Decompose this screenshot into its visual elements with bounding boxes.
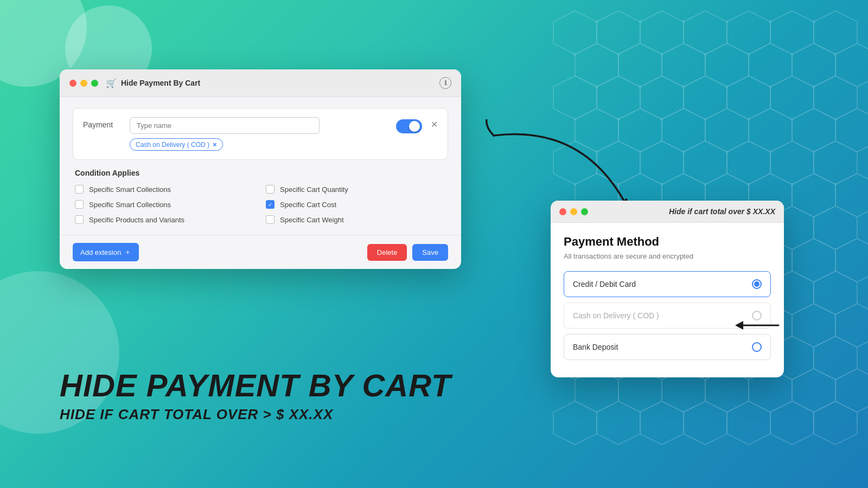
headline-sub: HIDE IF CART TOTAL OVER > $ XX.XX <box>60 406 451 423</box>
svg-point-95 <box>769 21 772 23</box>
svg-marker-8 <box>618 43 662 87</box>
headline-section: HIDE PAYMENT BY CART HIDE IF CART TOTAL … <box>60 368 451 423</box>
pm-option-bank-deposit[interactable]: Bank Deposit <box>564 334 771 360</box>
admin-titlebar: 🛒 Hide Payment By Cart ℹ <box>60 69 461 97</box>
condition-item-4: Specific Cart Cost <box>266 200 446 209</box>
pm-close-button[interactable] <box>559 208 566 215</box>
close-button[interactable] <box>69 80 76 87</box>
condition-section: Condition Applies Specific Smart Collect… <box>73 169 448 224</box>
svg-marker-33 <box>770 141 814 184</box>
condition-checkbox-2[interactable] <box>266 185 275 194</box>
condition-checkbox-1[interactable] <box>75 185 84 194</box>
minimize-button[interactable] <box>80 80 87 87</box>
svg-marker-69 <box>835 304 868 347</box>
svg-point-114 <box>748 118 750 121</box>
svg-point-103 <box>834 53 837 56</box>
svg-point-106 <box>682 86 685 88</box>
svg-marker-21 <box>575 108 618 152</box>
svg-point-125 <box>661 183 663 186</box>
payment-row: Payment Cash on Delivery ( COD ) × ✕ <box>73 108 448 160</box>
admin-window-footer: Add extesion ＋ Delete Save <box>60 235 461 269</box>
svg-marker-34 <box>814 141 857 184</box>
delete-button[interactable]: Delete <box>367 244 407 261</box>
svg-point-109 <box>813 86 815 88</box>
condition-label-3: Specific Smart Collections <box>89 201 171 209</box>
svg-marker-90 <box>814 401 857 445</box>
payment-type-input[interactable] <box>130 117 320 134</box>
add-extension-label: Add extesion <box>80 248 121 256</box>
svg-marker-25 <box>749 108 792 152</box>
save-button[interactable]: Save <box>412 244 448 261</box>
svg-point-94 <box>726 21 729 23</box>
headline-main: HIDE PAYMENT BY CART <box>60 368 451 403</box>
svg-marker-20 <box>814 76 857 119</box>
svg-marker-32 <box>727 141 770 184</box>
pm-heading: Payment Method <box>564 235 771 249</box>
svg-marker-85 <box>597 401 640 445</box>
admin-window-title: Hide Payment By Cart <box>121 79 200 87</box>
toggle-track[interactable] <box>396 119 422 133</box>
svg-marker-83 <box>835 369 868 412</box>
svg-point-100 <box>704 53 707 56</box>
svg-marker-23 <box>662 108 705 152</box>
plus-icon: ＋ <box>124 247 131 257</box>
svg-marker-3 <box>684 11 727 54</box>
svg-marker-9 <box>662 43 705 87</box>
maximize-button[interactable] <box>91 80 98 87</box>
condition-item-1: Specific Smart Collections <box>75 185 255 194</box>
svg-marker-6 <box>814 11 857 54</box>
condition-checkbox-3[interactable] <box>75 200 84 209</box>
pm-annotation: Hide if cart total over $ XX.XX <box>669 207 775 216</box>
pm-content: Payment Method All transactions are secu… <box>551 223 784 377</box>
pm-minimize-button[interactable] <box>570 208 577 215</box>
svg-marker-89 <box>770 401 814 445</box>
svg-point-111 <box>617 118 620 121</box>
svg-marker-88 <box>727 401 770 445</box>
svg-marker-19 <box>770 76 814 119</box>
condition-label-1: Specific Smart Collections <box>89 185 171 194</box>
cod-tag-label: Cash on Delivery ( COD ) <box>136 141 209 149</box>
payment-toggle[interactable] <box>396 119 422 133</box>
svg-point-110 <box>574 118 577 121</box>
condition-checkbox-4[interactable] <box>266 200 275 209</box>
svg-point-129 <box>834 183 837 186</box>
traffic-lights <box>69 80 98 87</box>
svg-point-128 <box>791 183 794 186</box>
svg-point-127 <box>748 183 750 186</box>
svg-point-105 <box>639 86 642 88</box>
condition-label-2: Specific Cart Quantity <box>280 185 348 194</box>
info-button[interactable]: ℹ <box>439 77 451 89</box>
svg-marker-82 <box>792 369 835 412</box>
svg-marker-55 <box>835 239 868 282</box>
svg-marker-0 <box>553 11 597 54</box>
svg-point-117 <box>596 151 598 153</box>
pm-subtitle: All transactions are secure and encrypte… <box>564 252 771 260</box>
svg-point-96 <box>813 21 815 23</box>
add-extension-button[interactable]: Add extesion ＋ <box>73 243 139 261</box>
cart-icon: 🛒 <box>106 78 117 88</box>
svg-marker-31 <box>684 141 727 184</box>
svg-marker-10 <box>705 43 749 87</box>
svg-point-107 <box>726 86 729 88</box>
condition-item-5: Specific Products and Variants <box>75 215 255 224</box>
svg-marker-27 <box>835 108 868 152</box>
pm-option-credit-card[interactable]: Credit / Debit Card <box>564 271 771 297</box>
admin-window: 🛒 Hide Payment By Cart ℹ Payment Cash on… <box>60 69 461 269</box>
pm-cod-label: Cash on Delivery ( COD ) <box>573 311 659 320</box>
condition-item-3: Specific Smart Collections <box>75 200 255 209</box>
svg-marker-76 <box>814 336 857 380</box>
payment-label: Payment <box>83 120 121 129</box>
pm-credit-card-radio <box>752 279 762 289</box>
svg-point-91 <box>596 21 598 23</box>
svg-point-101 <box>748 53 750 56</box>
pm-maximize-button[interactable] <box>581 208 588 215</box>
cod-tag-remove[interactable]: × <box>213 140 217 149</box>
pm-option-cod[interactable]: Cash on Delivery ( COD ) <box>564 303 771 329</box>
svg-point-122 <box>813 151 815 153</box>
condition-checkbox-5[interactable] <box>75 215 84 224</box>
svg-point-115 <box>791 118 794 121</box>
payment-row-close[interactable]: ✕ <box>431 119 438 130</box>
cod-tag: Cash on Delivery ( COD ) × <box>130 138 223 151</box>
condition-checkbox-6[interactable] <box>266 215 275 224</box>
svg-point-104 <box>596 86 598 88</box>
